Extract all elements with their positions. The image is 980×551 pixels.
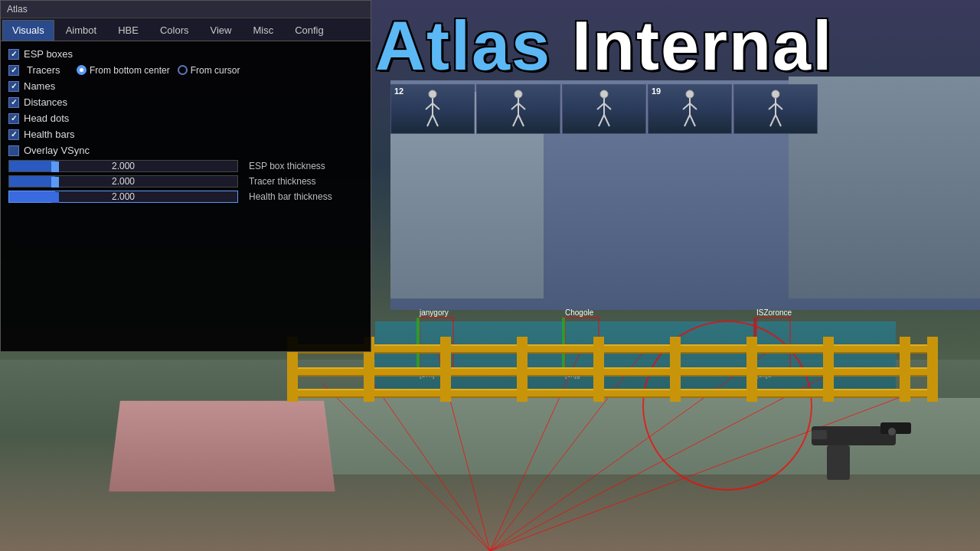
distances-label: Distances [24, 96, 67, 108]
svg-point-39 [686, 90, 694, 98]
from-bottom-center-radio[interactable] [77, 65, 87, 75]
svg-point-33 [600, 90, 608, 98]
svg-line-25 [427, 115, 433, 126]
health-bars-row: Health bars [7, 126, 364, 142]
svg-line-43 [684, 115, 690, 126]
svg-line-32 [518, 115, 524, 126]
svg-rect-53 [827, 445, 850, 480]
svg-line-31 [513, 115, 518, 126]
svg-rect-9 [565, 318, 599, 371]
svg-rect-54 [812, 430, 827, 439]
svg-rect-17 [416, 318, 420, 371]
svg-text:[6k]u: [6k]u [756, 371, 772, 379]
tracers-row: Tracers From bottom center From cursor [7, 62, 364, 78]
window-title: Atlas [7, 4, 28, 15]
svg-line-3 [322, 383, 490, 551]
tab-colors[interactable]: Colors [150, 20, 199, 41]
tab-aimbot[interactable]: Aimbot [56, 20, 106, 41]
svg-line-26 [433, 115, 438, 126]
main-panel: Atlas Visuals Aimbot HBE Colors View Mis… [0, 0, 371, 352]
svg-point-21 [429, 90, 436, 98]
svg-line-35 [597, 103, 604, 109]
esp-boxes-row: ESP boxes [7, 46, 364, 62]
svg-text:[57k]: [57k] [420, 371, 435, 379]
player-card-2 [476, 84, 560, 134]
atlas-internal-title: Atlas Internal [375, 11, 833, 80]
svg-line-49 [770, 115, 776, 126]
svg-line-47 [769, 103, 776, 109]
health-bar-thickness-slider[interactable]: 2.000 [8, 191, 238, 203]
distances-row: Distances [7, 94, 364, 110]
tab-misc[interactable]: Misc [243, 20, 283, 41]
from-cursor-radio[interactable] [178, 65, 188, 75]
visuals-content: ESP boxes Tracers From bottom center Fro… [1, 41, 371, 351]
tab-config[interactable]: Config [285, 20, 334, 41]
health-bars-checkbox[interactable] [8, 129, 19, 140]
svg-line-4 [368, 375, 490, 551]
svg-line-50 [776, 115, 781, 126]
head-dots-checkbox[interactable] [8, 113, 19, 124]
overlay-vsync-label: Overlay VSync [24, 145, 90, 156]
svg-point-27 [514, 90, 522, 98]
svg-line-38 [604, 115, 609, 126]
head-dots-row: Head dots [7, 110, 364, 126]
esp-box-thickness-slider[interactable]: 2.000 [8, 160, 238, 172]
svg-line-30 [518, 103, 525, 109]
tracer-thickness-row: 2.000 Tracer thickness [7, 174, 364, 189]
svg-line-42 [690, 103, 697, 109]
esp-boxes-checkbox[interactable] [8, 49, 19, 60]
svg-line-48 [776, 103, 782, 109]
gun-area [766, 388, 919, 505]
player-strip: 12 [390, 84, 980, 138]
svg-line-23 [426, 103, 433, 109]
svg-text:janygory: janygory [419, 308, 449, 317]
tab-visuals[interactable]: Visuals [2, 20, 54, 41]
head-dots-label: Head dots [24, 112, 69, 124]
tracer-thickness-label: Tracer thickness [249, 176, 316, 187]
player-card-4: 19 [648, 84, 732, 134]
tracers-label: Tracers [27, 64, 69, 76]
svg-text:Chogole: Chogole [565, 308, 594, 317]
from-bottom-center-option[interactable]: From bottom center [77, 65, 170, 76]
svg-line-24 [433, 103, 439, 109]
names-checkbox[interactable] [8, 81, 19, 92]
svg-rect-8 [420, 318, 453, 371]
svg-line-29 [511, 103, 518, 109]
names-row: Names [7, 78, 364, 94]
from-cursor-option[interactable]: From cursor [178, 65, 240, 76]
health-bar-thickness-row: 2.000 Health bar thickness [7, 189, 364, 204]
health-bars-label: Health bars [24, 129, 74, 140]
player-card-1: 12 [390, 84, 475, 134]
esp-boxes-label: ESP boxes [24, 48, 73, 60]
distances-checkbox[interactable] [8, 97, 19, 108]
menu-tabs: Visuals Aimbot HBE Colors View Misc Conf… [1, 18, 371, 41]
overlay-vsync-checkbox[interactable] [8, 145, 19, 156]
title-bar: Atlas [1, 1, 371, 18]
svg-text:ISZoronce: ISZoronce [756, 308, 792, 317]
svg-line-2 [490, 348, 773, 551]
svg-line-41 [683, 103, 690, 109]
tracer-thickness-slider[interactable]: 2.000 [8, 175, 238, 187]
svg-rect-52 [880, 422, 911, 434]
tracers-checkbox[interactable] [8, 65, 19, 76]
svg-rect-18 [562, 318, 565, 371]
svg-text:[6k]g: [6k]g [565, 371, 580, 379]
svg-line-44 [690, 115, 695, 126]
player-card-3 [562, 84, 646, 134]
names-label: Names [24, 80, 55, 92]
esp-box-thickness-row: 2.000 ESP box thickness [7, 158, 364, 174]
svg-line-0 [436, 348, 490, 551]
health-bar-thickness-label: Health bar thickness [249, 191, 332, 202]
player-card-5 [733, 84, 818, 134]
esp-box-thickness-label: ESP box thickness [249, 161, 325, 171]
svg-line-37 [599, 115, 604, 126]
from-bottom-center-label: From bottom center [90, 65, 170, 76]
overlay-vsync-row: Overlay VSync [7, 142, 364, 158]
svg-line-36 [604, 103, 611, 109]
from-cursor-label: From cursor [191, 65, 240, 76]
svg-point-55 [888, 428, 896, 435]
svg-point-45 [772, 90, 779, 98]
tab-view[interactable]: View [200, 20, 241, 41]
tab-hbe[interactable]: HBE [108, 20, 149, 41]
